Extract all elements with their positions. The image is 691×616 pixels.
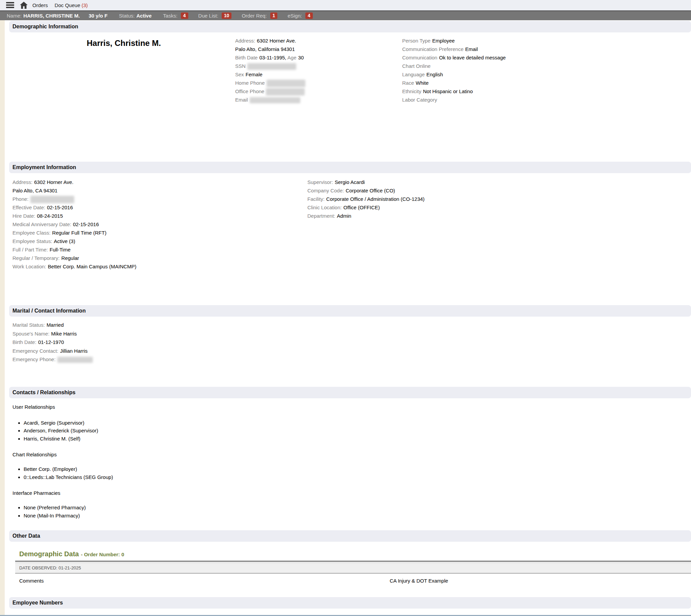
info-row: Employee Status:Active (3) bbox=[13, 237, 307, 245]
redacted-phone bbox=[30, 196, 74, 203]
list-item: Anderson, Frederick (Supervisor) bbox=[24, 427, 691, 435]
info-row: Medical Anniversary Date:02-15-2016 bbox=[13, 220, 307, 228]
info-row: Hire Date:08-24-2015 bbox=[13, 212, 307, 220]
patient-display-name: Harris, Christine M. bbox=[13, 37, 235, 48]
info-row: Supervisor:Sergio Acardi bbox=[307, 178, 691, 186]
doc-queue-label: Doc Queue bbox=[55, 2, 80, 8]
list-item: 0::Leeds::Lab Technicians (SEG Group) bbox=[24, 473, 691, 481]
demographic-data-order-block: Demographic Data- Order Number: 0 DATE O… bbox=[15, 550, 691, 587]
info-row-email: Email bbox=[235, 95, 402, 104]
demographic-right-column: Person TypeEmployee Communication Prefer… bbox=[402, 37, 691, 104]
order-number: - Order Number: 0 bbox=[81, 552, 124, 557]
group-heading-interface-pharmacies: Interface Pharmacies bbox=[13, 489, 691, 497]
info-row: Employee Class:Regular Full Time (RFT) bbox=[13, 228, 307, 237]
due-list-label: Due List: bbox=[198, 13, 218, 19]
tasks-label: Tasks: bbox=[163, 13, 177, 19]
home-icon[interactable] bbox=[19, 1, 28, 9]
contacts-relationships-content: User Relationships Acardi, Sergio (Super… bbox=[0, 403, 691, 520]
home-glyph bbox=[20, 2, 28, 9]
info-row: Address:6302 Horner Ave. bbox=[235, 37, 402, 45]
order-title: Demographic Data- Order Number: 0 bbox=[15, 550, 691, 558]
hamburger-menu-icon[interactable] bbox=[5, 1, 15, 9]
top-toolbar: Orders Doc Queue(3) bbox=[0, 0, 691, 10]
esign-count-badge[interactable]: 4 bbox=[305, 13, 313, 19]
info-row: Palo Alto, California 94301 bbox=[235, 45, 402, 53]
order-req-count-badge[interactable]: 1 bbox=[270, 13, 278, 19]
esign-label: eSign: bbox=[288, 13, 302, 19]
info-row: Department:Admin bbox=[307, 212, 691, 220]
info-row: SexFemale bbox=[235, 70, 402, 79]
info-row-phone: Phone: bbox=[13, 195, 307, 203]
chart-relationships-list: Better Corp. (Employer) 0::Leeds::Lab Te… bbox=[13, 465, 691, 481]
group-heading-chart-relationships: Chart Relationships bbox=[13, 450, 691, 458]
order-req-label: Order Req: bbox=[242, 13, 267, 19]
double-rule-divider bbox=[15, 560, 691, 562]
demographic-middle-column: Address:6302 Horner Ave. Palo Alto, Cali… bbox=[235, 37, 402, 104]
comments-value: CA Injury & DOT Example bbox=[390, 578, 448, 584]
section-header-employment-information: Employment Information bbox=[9, 162, 691, 173]
info-row: Chart Online bbox=[402, 62, 691, 70]
hamburger-glyph bbox=[6, 2, 14, 8]
info-row: Person TypeEmployee bbox=[402, 37, 691, 45]
patient-age-sex: 30 y/o F bbox=[89, 13, 108, 19]
demographic-left-column: Harris, Christine M. bbox=[13, 37, 235, 104]
interface-pharmacies-list: None (Preferred Pharmacy) None (Mail-In … bbox=[13, 504, 691, 520]
date-observed-row: DATE OBSERVED: 01-21-2025 bbox=[15, 563, 691, 574]
list-item: Harris, Christine M. (Self) bbox=[24, 435, 691, 443]
comments-label: Comments bbox=[19, 578, 44, 584]
info-row: Work Location:Better Corp. Main Campus (… bbox=[13, 262, 307, 271]
comments-row: Comments CA Injury & DOT Example bbox=[15, 574, 691, 587]
info-row: Birth Date03-11-1995, Age30 bbox=[235, 53, 402, 62]
left-margin-strip bbox=[0, 20, 5, 616]
redacted-office-phone bbox=[266, 88, 305, 95]
redacted-ssn bbox=[247, 63, 296, 70]
patient-info-bar: Name: HARRIS, CHRISTINE M. 30 y/o F Stat… bbox=[0, 10, 691, 20]
status-label: Status: bbox=[119, 13, 135, 19]
group-heading-user-relationships: User Relationships bbox=[13, 403, 691, 411]
info-row: Address:6302 Horner Ave. bbox=[13, 178, 307, 186]
section-header-other-data: Other Data bbox=[9, 530, 691, 542]
info-row: Labor Category bbox=[402, 95, 691, 104]
info-row: Effective Date:02-15-2016 bbox=[13, 203, 307, 212]
info-row: Emergency Contact:Jillian Harris bbox=[13, 347, 691, 355]
list-item: Acardi, Sergio (Supervisor) bbox=[24, 419, 691, 427]
employment-right-column: Supervisor:Sergio Acardi Company Code:Co… bbox=[307, 178, 691, 271]
info-row-ssn: SSN bbox=[235, 62, 402, 70]
info-row: Full / Part Time:Full-Time bbox=[13, 245, 307, 254]
due-list-count-badge[interactable]: 10 bbox=[222, 13, 232, 19]
list-item: None (Preferred Pharmacy) bbox=[24, 504, 691, 512]
employment-info-grid: Address:6302 Horner Ave. Palo Alto, CA 9… bbox=[0, 178, 691, 271]
section-header-employee-numbers: Employee Numbers bbox=[9, 597, 691, 609]
employment-left-column: Address:6302 Horner Ave. Palo Alto, CA 9… bbox=[13, 178, 307, 271]
info-row-home-phone: Home Phone bbox=[235, 79, 402, 87]
section-header-contacts-relationships: Contacts / Relationships bbox=[9, 387, 691, 398]
list-item: Better Corp. (Employer) bbox=[24, 465, 691, 473]
demographic-info-grid: Harris, Christine M. Address:6302 Horner… bbox=[0, 37, 691, 104]
section-header-demographic-information: Demographic Information bbox=[9, 21, 691, 32]
info-row: Spouse's Name:Mike Harris bbox=[13, 329, 691, 338]
info-row: LanguageEnglish bbox=[402, 70, 691, 79]
redacted-emergency-phone bbox=[58, 357, 93, 363]
tasks-count-badge[interactable]: 4 bbox=[181, 13, 188, 19]
redacted-home-phone bbox=[267, 80, 305, 87]
info-row: RaceWhite bbox=[402, 79, 691, 87]
info-row: Birth Date:01-12-1970 bbox=[13, 338, 691, 347]
patient-name: HARRIS, CHRISTINE M. bbox=[23, 13, 80, 19]
user-relationships-list: Acardi, Sergio (Supervisor) Anderson, Fr… bbox=[13, 419, 691, 443]
info-row: Communication PreferenceEmail bbox=[402, 45, 691, 53]
info-row: Marital Status:Married bbox=[13, 321, 691, 329]
section-header-marital-contact-information: Marital / Contact Information bbox=[9, 305, 691, 316]
patient-name-label: Name: bbox=[7, 13, 22, 19]
info-row: Regular / Temporary:Regular bbox=[13, 254, 307, 262]
redacted-email bbox=[250, 97, 300, 103]
info-row: EthnicityNot Hispanic or Latino bbox=[402, 87, 691, 95]
info-row: Company Code:Corporate Office (CO) bbox=[307, 186, 691, 195]
list-item: None (Mail-In Pharmacy) bbox=[24, 512, 691, 520]
nav-orders[interactable]: Orders bbox=[32, 2, 48, 8]
doc-queue-count: (3) bbox=[82, 2, 88, 8]
info-row: Clinic Location:Office (OFFICE) bbox=[307, 203, 691, 212]
info-row-office-phone: Office Phone bbox=[235, 87, 402, 95]
status-value: Active bbox=[136, 13, 152, 19]
nav-doc-queue[interactable]: Doc Queue(3) bbox=[55, 2, 88, 8]
marital-info-rows: Marital Status:Married Spouse's Name:Mik… bbox=[0, 321, 691, 364]
